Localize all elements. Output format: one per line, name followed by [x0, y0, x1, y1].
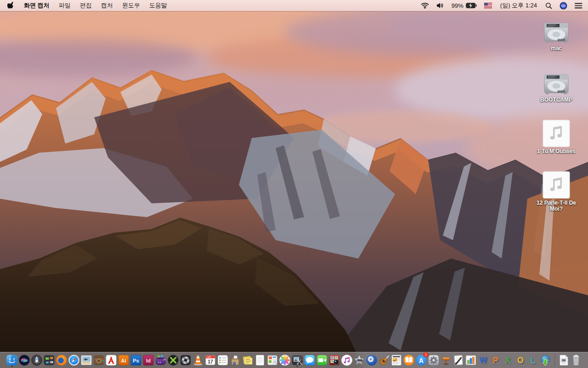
dock-icon-safari[interactable] [68, 353, 80, 367]
dock-trash-full[interactable] [570, 353, 582, 367]
photos-pinwheel-icon [279, 354, 291, 366]
powerpoint-letter: P [490, 354, 502, 366]
svg-text:Id: Id [146, 358, 151, 363]
launchpad-rocket-icon [31, 354, 43, 366]
dock-file-image-document[interactable] [558, 353, 570, 367]
desktop-icon-label: 1 Tu M'Oublies [537, 149, 576, 155]
apple-menu[interactable] [5, 2, 19, 9]
dock-icon-imovie[interactable] [353, 353, 365, 367]
dock-icon-adobe-illustrator[interactable]: Ai [118, 353, 130, 367]
desktop-icon-label: mac [551, 46, 562, 52]
dock-icon-textedit[interactable] [254, 353, 266, 367]
dock-icon-adobe-indesign[interactable]: Id [142, 353, 154, 367]
download-globe-icon [539, 354, 551, 366]
dock-icon-ms-excel[interactable]: X [502, 353, 514, 367]
dock-icon-photo-booth[interactable] [328, 353, 340, 367]
dock-icon-itunes[interactable] [341, 353, 353, 367]
dock-icon-download-manager[interactable] [539, 353, 551, 367]
dock-icon-mission-control[interactable] [43, 353, 55, 367]
menu-clock[interactable]: (일) 오후 1:24 [496, 0, 542, 11]
dock-divider [554, 354, 555, 367]
acrobat-icon [105, 354, 117, 366]
dock-icon-garageband[interactable] [378, 353, 390, 367]
dock-icon-planner-app[interactable] [266, 353, 278, 367]
dock-icon-screen-capture[interactable] [291, 353, 303, 367]
iweb-page-icon [390, 354, 402, 366]
menu-edit[interactable]: 편집 [75, 1, 96, 10]
indesign-icon: Id [142, 354, 154, 366]
notification-center-menu-extra[interactable] [571, 0, 583, 11]
menu-app-name[interactable]: 화면 캡처 [19, 1, 54, 10]
dock-icon-app-store[interactable]: A 1 [415, 353, 427, 367]
dock-icon-ms-word[interactable]: W [477, 353, 489, 367]
aperture-lens-icon [180, 354, 192, 366]
dock-icon-toast-titanium[interactable] [155, 353, 167, 367]
dock-icon-ms-lync[interactable]: L [527, 353, 539, 367]
input-source-menu-extra[interactable] [481, 0, 496, 11]
desktop-icon-bootcamp[interactable]: BOOTCAMP [529, 65, 583, 109]
running-indicator [11, 366, 13, 367]
svg-text:Ps: Ps [133, 358, 139, 363]
dock-icon-system-preferences[interactable] [428, 353, 440, 367]
dock-icon-stickies[interactable] [242, 353, 254, 367]
dock-icon-ms-outlook[interactable]: O [514, 353, 526, 367]
menu-window[interactable]: 윈도우 [118, 1, 145, 10]
desktop-icon-audio-file-1[interactable]: 1 Tu M'Oublies [529, 117, 583, 161]
dock-icon-adobe-photoshop[interactable]: Ps [130, 353, 142, 367]
hard-drive-icon [543, 14, 570, 44]
dock-icon-archive-utility[interactable] [229, 353, 241, 367]
garageband-guitar-icon [378, 354, 390, 366]
dock-icon-finder[interactable] [6, 353, 18, 367]
excel-letter: X [502, 354, 514, 366]
battery-charging-icon [466, 3, 477, 8]
dock-icon-ibooks[interactable] [403, 353, 415, 367]
desktop-icon-audio-file-2[interactable]: 12 Parle-T-Il De Moi? [529, 168, 583, 213]
menu-bar: 화면 캡처 파일 편집 캡처 윈도우 도움말 99% [0, 0, 588, 11]
word-letter: W [477, 354, 489, 366]
dock-icon-photos[interactable] [279, 353, 291, 367]
keynote-podium-icon [440, 354, 452, 366]
menu-help[interactable]: 도움말 [145, 1, 172, 10]
dock-icon-facetime[interactable] [316, 353, 328, 367]
dock-icon-messages[interactable] [304, 353, 316, 367]
dock-icon-calendar[interactable]: 17 [204, 353, 216, 367]
dock-icon-leather-folder-app[interactable] [93, 353, 105, 367]
battery-menu-extra[interactable]: 99% [448, 0, 481, 11]
us-flag-icon [484, 3, 492, 8]
photo-viewer-eagle-icon [80, 354, 92, 366]
spotlight-menu-extra[interactable] [542, 0, 556, 11]
dock-icon-pages[interactable] [452, 353, 464, 367]
dock-icon-vlc[interactable] [192, 353, 204, 367]
dock-icon-keynote[interactable] [440, 353, 452, 367]
dock-icon-iweb[interactable] [390, 353, 402, 367]
menu-capture[interactable]: 캡처 [96, 1, 118, 10]
audio-file-icon [543, 117, 570, 147]
dock-icon-xbmc-media-center[interactable] [167, 353, 179, 367]
apple-icon [7, 2, 14, 9]
dock-icon-numbers[interactable] [465, 353, 477, 367]
dock-icon-photo-viewer[interactable] [80, 353, 92, 367]
dock-icon-launchpad[interactable] [31, 353, 43, 367]
siri-menu-extra[interactable] [556, 0, 571, 11]
imovie-star-icon [353, 354, 365, 366]
dock-icon-reminders[interactable] [217, 353, 229, 367]
textedit-paper-icon [254, 354, 266, 366]
dock-icon-aperture[interactable] [180, 353, 192, 367]
svg-text:A: A [419, 357, 424, 364]
dock-icon-siri[interactable] [18, 353, 30, 367]
battery-percent: 99% [452, 2, 464, 9]
dock-icon-adobe-acrobat[interactable] [105, 353, 117, 367]
dock-icon-idvd[interactable] [366, 353, 378, 367]
wifi-menu-extra[interactable] [417, 0, 433, 11]
illustrator-icon: Ai [118, 354, 130, 366]
facetime-camera-icon [316, 354, 328, 366]
desktop-icon-mac[interactable]: mac [529, 14, 583, 58]
volume-menu-extra[interactable] [433, 0, 448, 11]
dock-icon-firefox[interactable] [56, 353, 68, 367]
menu-file[interactable]: 파일 [54, 1, 75, 10]
archive-box-icon [229, 354, 241, 366]
dock-icon-ms-powerpoint[interactable]: P [490, 353, 502, 367]
grab-scissors-icon [291, 354, 303, 366]
audio-file-icon [543, 168, 570, 199]
hard-drive-icon [543, 65, 570, 96]
